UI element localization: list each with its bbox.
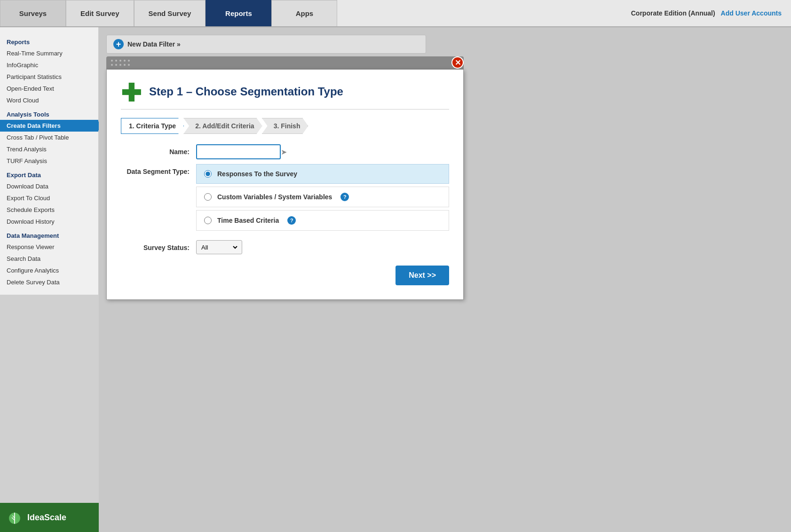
sidebar-item-infographic[interactable]: InfoGraphic [0,59,98,71]
tab-edit-survey[interactable]: Edit Survey [66,0,134,26]
logo-text: IdeaScale [27,513,66,523]
add-user-accounts-link[interactable]: Add User Accounts [721,9,782,17]
option-time-based-label: Time Based Criteria [217,217,279,224]
account-info: Corporate Edition (Annual) Add User Acco… [622,0,791,26]
help-icon-custom-vars[interactable]: ? [340,193,349,201]
sidebar: Reports Real-Time Summary InfoGraphic Pa… [0,27,99,532]
modal-footer: Next >> [121,266,449,285]
survey-status-label: Survey Status: [121,240,196,251]
main-layout: Reports Real-Time Summary InfoGraphic Pa… [0,27,791,532]
survey-status-control: All Complete Incomplete [196,240,449,254]
step-1-criteria-type[interactable]: 1. Criteria Type [121,118,184,134]
sidebar-content: Reports Real-Time Summary InfoGraphic Pa… [0,27,99,295]
sidebar-item-cross-tab[interactable]: Cross Tab / Pivot Table [0,132,98,143]
survey-status-row: Survey Status: All Complete Incomplete [121,240,449,254]
modal-header: ✚ Step 1 – Choose Segmentation Type [121,81,449,110]
sidebar-section-data-mgmt: Data Management [0,227,98,241]
sidebar-item-export-to-cloud[interactable]: Export To Cloud [0,192,98,204]
sidebar-item-schedule-exports[interactable]: Schedule Exports [0,204,98,216]
step-2-label: 2. Add/Edit Criteria [195,122,254,130]
sidebar-item-download-history[interactable]: Download History [0,216,98,227]
radio-time-based[interactable] [204,217,212,224]
data-segment-label: Data Segment Type: [121,164,196,175]
sidebar-item-response-viewer[interactable]: Response Viewer [0,241,98,253]
sidebar-item-word-cloud[interactable]: Word Cloud [0,94,98,106]
data-segment-row: Data Segment Type: Responses To the Surv… [121,164,449,234]
new-filter-label: New Data Filter » [127,40,181,48]
step-3-finish[interactable]: 3. Finish [262,118,308,134]
tab-surveys[interactable]: Surveys [0,0,66,26]
survey-status-select[interactable]: All Complete Incomplete [199,243,239,251]
option-custom-vars[interactable]: Custom Variables / System Variables ? [196,187,449,207]
option-responses[interactable]: Responses To the Survey [196,164,449,184]
sidebar-item-configure-analytics[interactable]: Configure Analytics [0,265,98,276]
sidebar-item-trend-analysis[interactable]: Trend Analysis [0,143,98,155]
sidebar-item-download-data[interactable]: Download Data [0,180,98,192]
sidebar-section-analysis: Analysis Tools [0,106,98,120]
radio-custom-vars[interactable] [204,193,212,201]
next-button[interactable]: Next >> [396,266,449,285]
name-label: Name: [121,144,196,156]
modal-title: Step 1 – Choose Segmentation Type [149,85,343,98]
new-filter-plus-icon[interactable]: + [113,39,124,49]
tab-apps[interactable]: Apps [271,0,337,26]
tab-send-survey[interactable]: Send Survey [134,0,206,26]
name-input-wrapper: ➤ [196,144,281,159]
sidebar-section-reports: Reports [0,34,98,47]
account-label: Corporate Edition (Annual) [631,9,715,17]
name-control: ➤ [196,144,449,159]
sidebar-item-search-data[interactable]: Search Data [0,253,98,265]
modal-dialog: ✕ ✚ Step 1 – Choose Segmentation Type 1.… [106,70,464,300]
radio-responses[interactable] [204,170,212,178]
sidebar-item-delete-survey-data[interactable]: Delete Survey Data [0,276,98,288]
option-responses-label: Responses To the Survey [217,170,297,178]
step-1-label: 1. Criteria Type [129,122,176,130]
modal-container: ✕ ✚ Step 1 – Choose Segmentation Type 1.… [106,56,783,300]
name-input[interactable] [200,149,279,156]
step-3-label: 3. Finish [274,122,301,130]
sidebar-item-create-data-filters[interactable]: Create Data Filters [0,120,98,132]
name-row: Name: ➤ [121,144,449,159]
sidebar-item-turf-analysis[interactable]: TURF Analysis [0,155,98,167]
logo-leaf-icon [7,509,23,525]
sidebar-item-open-ended-text[interactable]: Open-Ended Text [0,83,98,94]
tab-reports[interactable]: Reports [206,0,271,26]
modal-drag-handle[interactable] [106,56,464,70]
survey-status-select-wrapper: All Complete Incomplete [196,240,242,254]
content-area: + New Data Filter » ✕ ✚ Step 1 – Choose … [99,27,791,532]
option-time-based[interactable]: Time Based Criteria ? [196,210,449,231]
name-input-arrow-icon: ➤ [281,148,287,156]
new-data-filter-bar[interactable]: + New Data Filter » [106,35,426,54]
drag-dots [111,60,131,67]
data-segment-options: Responses To the Survey Custom Variables… [196,164,449,234]
top-navigation: Surveys Edit Survey Send Survey Reports … [0,0,791,27]
step-breadcrumb: 1. Criteria Type 2. Add/Edit Criteria 3.… [121,118,449,134]
sidebar-logo: IdeaScale [0,503,99,532]
modal-plus-icon: ✚ [121,81,142,102]
sidebar-section-export: Export Data [0,167,98,180]
sidebar-item-real-time-summary[interactable]: Real-Time Summary [0,47,98,59]
sidebar-item-participant-statistics[interactable]: Participant Statistics [0,71,98,83]
modal-close-button[interactable]: ✕ [451,56,464,69]
help-icon-time-based[interactable]: ? [287,216,296,225]
step-2-add-edit[interactable]: 2. Add/Edit Criteria [183,118,262,134]
option-custom-vars-label: Custom Variables / System Variables [217,193,332,201]
